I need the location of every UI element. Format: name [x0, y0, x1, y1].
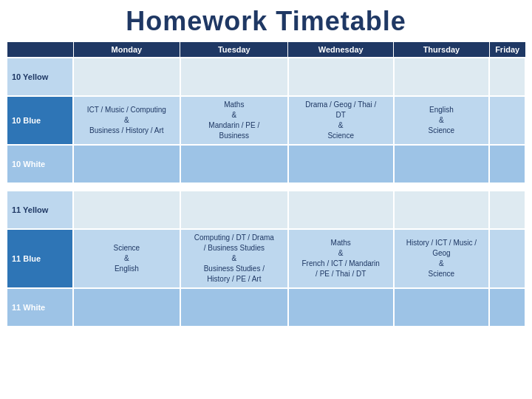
cell — [489, 145, 525, 183]
cell — [180, 191, 288, 229]
page-title: Homework Timetable — [0, 0, 532, 41]
cell-content: & — [124, 116, 129, 124]
cell — [489, 288, 525, 327]
header-row: Monday Tuesday Wednesday Thursday Friday — [7, 42, 525, 58]
cell — [489, 229, 525, 288]
cell — [394, 288, 490, 327]
cell-content: English — [115, 265, 139, 273]
cell-content: Maths — [331, 239, 351, 247]
table-row: 10 White — [7, 145, 525, 183]
cell — [288, 145, 394, 183]
cell — [180, 288, 288, 327]
cell — [288, 191, 394, 229]
cell — [489, 96, 525, 145]
col-header-tuesday: Tuesday — [180, 42, 288, 58]
cell: English&Science — [394, 96, 490, 145]
col-header-blank — [7, 42, 73, 58]
cell: Drama / Geog / Thai /DT&Science — [288, 96, 394, 145]
cell-content: & — [124, 254, 129, 262]
col-header-monday: Monday — [73, 42, 180, 58]
cell — [394, 191, 490, 229]
cell-content: & — [231, 111, 236, 119]
cell-content: & — [231, 254, 236, 262]
timetable-wrapper: Monday Tuesday Wednesday Thursday Friday… — [0, 41, 532, 333]
table-row: 11 BlueScience&EnglishComputing / DT / D… — [7, 229, 525, 288]
cell — [288, 288, 394, 327]
cell — [180, 145, 288, 183]
table-row: 10 Yellow — [7, 58, 525, 96]
cell-content: Computing / DT / Drama — [194, 233, 274, 242]
cell-content: Science — [429, 270, 455, 278]
cell-content: & — [338, 121, 344, 129]
col-header-friday: Friday — [489, 42, 525, 58]
table-row: 11 Yellow — [7, 191, 525, 229]
row-label-10-white: 10 White — [7, 145, 73, 183]
table-row: 11 White — [7, 288, 525, 327]
separator-row — [7, 183, 525, 191]
cell-content: Drama / Geog / Thai / — [305, 100, 376, 109]
cell — [180, 58, 288, 96]
cell — [489, 58, 525, 96]
cell-content: French / ICT / Mandarin — [301, 259, 379, 267]
cell: Maths&Mandarin / PE /Business — [180, 96, 288, 145]
timetable: Monday Tuesday Wednesday Thursday Friday… — [6, 41, 526, 327]
cell-content: Maths — [224, 100, 244, 109]
row-label-11-blue: 11 Blue — [7, 229, 73, 288]
cell-content: & — [338, 249, 344, 257]
cell-content: / PE / Thai / DT — [316, 270, 366, 278]
cell-content: History / PE / Art — [207, 275, 261, 283]
cell-content: English — [429, 106, 454, 114]
cell-content: Mandarin / PE / — [208, 121, 259, 129]
cell — [288, 58, 394, 96]
cell-content: / Business Studies — [204, 244, 265, 252]
row-label-10-yellow: 10 Yellow — [7, 58, 73, 96]
cell: History / ICT / Music /Geog&Science — [394, 229, 490, 288]
cell — [394, 58, 490, 96]
cell: Computing / DT / Drama/ Business Studies… — [180, 229, 288, 288]
table-row: 10 BlueICT / Music / Computing&Business … — [7, 96, 525, 145]
row-label-11-yellow: 11 Yellow — [7, 191, 73, 229]
cell — [73, 288, 180, 327]
cell-content: Business — [219, 132, 250, 140]
cell-content: Science — [114, 244, 140, 252]
cell-content: & — [439, 116, 444, 124]
cell: Maths&French / ICT / Mandarin/ PE / Thai… — [288, 229, 394, 288]
cell: ICT / Music / Computing&Business / Histo… — [73, 96, 180, 145]
cell-content: Geog — [432, 249, 450, 257]
cell-content: Business / History / Art — [89, 126, 164, 134]
cell-content: Business Studies / — [204, 265, 265, 273]
cell: Science&English — [73, 229, 180, 288]
cell — [73, 145, 180, 183]
cell-content: DT — [336, 111, 346, 119]
cell-content: ICT / Music / Computing — [87, 106, 166, 114]
cell — [489, 191, 525, 229]
cell-content: Science — [327, 132, 354, 140]
cell-content: & — [439, 259, 444, 267]
cell-content: History / ICT / Music / — [406, 239, 477, 247]
cell — [73, 191, 180, 229]
col-header-wednesday: Wednesday — [288, 42, 394, 58]
cell — [394, 145, 490, 183]
cell-content: Science — [429, 126, 455, 134]
row-label-10-blue: 10 Blue — [7, 96, 73, 145]
cell — [73, 58, 180, 96]
row-label-11-white: 11 White — [7, 288, 73, 327]
col-header-thursday: Thursday — [394, 42, 490, 58]
